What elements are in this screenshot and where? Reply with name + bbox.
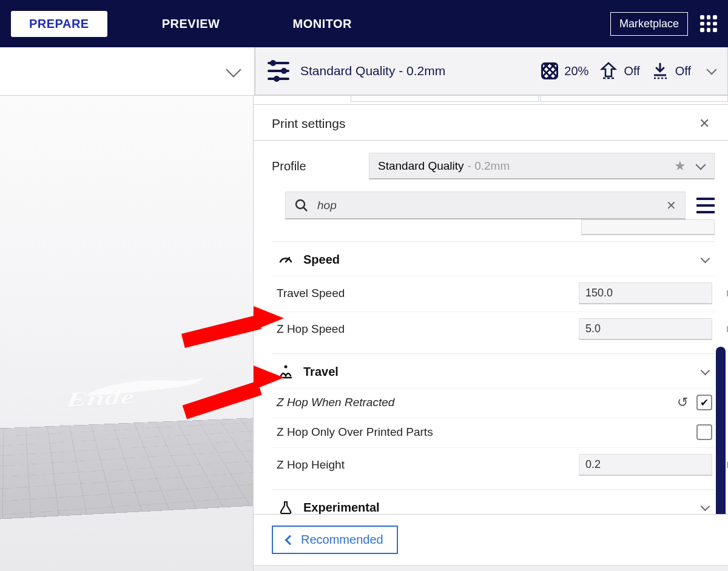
recommended-label: Recommended bbox=[301, 533, 383, 547]
setting-label: Travel Speed bbox=[277, 287, 573, 300]
z-hop-speed-input[interactable] bbox=[585, 322, 726, 335]
speed-icon bbox=[277, 250, 295, 269]
annotation-arrow-head bbox=[254, 306, 284, 330]
chevron-down-icon bbox=[707, 65, 717, 75]
profile-summary-text: Standard Quality - 0.2mm bbox=[300, 64, 445, 78]
support-value: Off bbox=[624, 64, 639, 78]
setting-z-hop-when-retracted: Z Hop When Retracted ↺ bbox=[272, 388, 715, 418]
chevron-down-icon bbox=[701, 501, 710, 511]
summary-bar: Standard Quality - 0.2mm 20% Off Off bbox=[0, 47, 728, 96]
section-speed-title: Speed bbox=[303, 253, 693, 267]
profile-summary[interactable]: Standard Quality - 0.2mm 20% Off Off bbox=[255, 47, 728, 95]
collapsed-field[interactable] bbox=[581, 219, 715, 235]
chevron-down-icon bbox=[226, 62, 241, 77]
reset-setting-button[interactable]: ↺ bbox=[677, 395, 688, 410]
section-experimental-header[interactable]: Experimental bbox=[272, 489, 715, 514]
panel-title: Print settings bbox=[272, 116, 345, 131]
z-hop-height-field[interactable]: mm bbox=[579, 454, 712, 476]
summary-infill: 20% bbox=[541, 62, 588, 79]
recommended-button[interactable]: Recommended bbox=[272, 526, 398, 554]
adhesion-icon bbox=[651, 62, 669, 80]
profile-detail: - 0.2mm bbox=[468, 159, 510, 173]
marketplace-button[interactable]: Marketplace bbox=[610, 12, 688, 36]
profile-name: Standard Quality bbox=[378, 159, 464, 173]
setting-label: Z Hop Only Over Printed Parts bbox=[277, 426, 690, 439]
settings-search-box[interactable]: ✕ bbox=[285, 192, 686, 219]
chevron-down-icon bbox=[701, 366, 710, 375]
infill-icon bbox=[541, 62, 558, 79]
setting-label: Z Hop Height bbox=[277, 458, 573, 472]
svg-point-3 bbox=[285, 366, 288, 369]
section-travel-title: Travel bbox=[303, 365, 693, 379]
chevron-down-icon bbox=[701, 253, 710, 263]
z-hop-speed-field[interactable]: mm/s bbox=[579, 318, 712, 340]
summary-adhesion: Off bbox=[651, 62, 691, 80]
section-speed-header[interactable]: Speed bbox=[272, 241, 715, 276]
travel-speed-field[interactable]: mm/s bbox=[579, 282, 712, 304]
printer-dropdown[interactable] bbox=[0, 47, 255, 95]
tab-preview[interactable]: PREVIEW bbox=[144, 11, 238, 37]
apps-grid-icon[interactable] bbox=[700, 15, 717, 32]
travel-speed-input[interactable] bbox=[585, 287, 726, 299]
summary-support: Off bbox=[599, 62, 639, 80]
settings-menu-button[interactable] bbox=[696, 198, 715, 213]
infill-value: 20% bbox=[564, 64, 588, 78]
chevron-down-icon bbox=[696, 159, 706, 170]
svg-line-1 bbox=[303, 207, 307, 211]
z-hop-height-input[interactable] bbox=[585, 458, 726, 471]
section-experimental-title: Experimental bbox=[303, 501, 693, 515]
svg-point-0 bbox=[296, 200, 305, 209]
z-hop-retracted-checkbox[interactable] bbox=[696, 395, 712, 410]
profile-label: Profile bbox=[272, 159, 357, 173]
tab-monitor[interactable]: MONITOR bbox=[274, 11, 370, 37]
setting-z-hop-speed: Z Hop Speed mm/s bbox=[272, 312, 715, 347]
close-panel-button[interactable]: ✕ bbox=[699, 116, 710, 132]
z-hop-only-printed-checkbox[interactable] bbox=[696, 424, 712, 440]
setting-z-hop-height: Z Hop Height mm bbox=[272, 447, 715, 483]
top-navigation: PREPARE PREVIEW MONITOR Marketplace bbox=[0, 0, 728, 47]
flask-icon bbox=[277, 498, 295, 514]
profile-dropdown[interactable]: Standard Quality - 0.2mm ★ bbox=[369, 153, 715, 179]
adhesion-value: Off bbox=[675, 64, 691, 78]
bed-logo-text: Ende bbox=[65, 385, 135, 412]
clear-search-button[interactable]: ✕ bbox=[666, 198, 676, 213]
search-icon bbox=[294, 198, 309, 213]
build-plate bbox=[0, 416, 253, 526]
tab-prepare[interactable]: PREPARE bbox=[11, 11, 107, 37]
sliders-icon bbox=[268, 62, 289, 80]
search-input[interactable] bbox=[317, 199, 658, 212]
support-icon bbox=[599, 62, 618, 80]
chevron-left-icon bbox=[285, 535, 295, 545]
setting-label: Z Hop Speed bbox=[277, 322, 573, 336]
setting-label: Z Hop When Retracted bbox=[277, 396, 671, 409]
scrollbar-thumb[interactable] bbox=[716, 347, 726, 514]
setting-travel-speed: Travel Speed mm/s bbox=[272, 276, 715, 312]
favorite-star-icon[interactable]: ★ bbox=[674, 158, 686, 174]
setting-z-hop-only-printed: Z Hop Only Over Printed Parts bbox=[272, 418, 715, 447]
annotation-arrow-head bbox=[254, 366, 284, 390]
print-settings-panel: Print settings ✕ Profile Standard Qualit… bbox=[253, 96, 728, 571]
section-travel-header[interactable]: Travel bbox=[272, 353, 715, 388]
panel-footer-divider bbox=[254, 565, 728, 571]
